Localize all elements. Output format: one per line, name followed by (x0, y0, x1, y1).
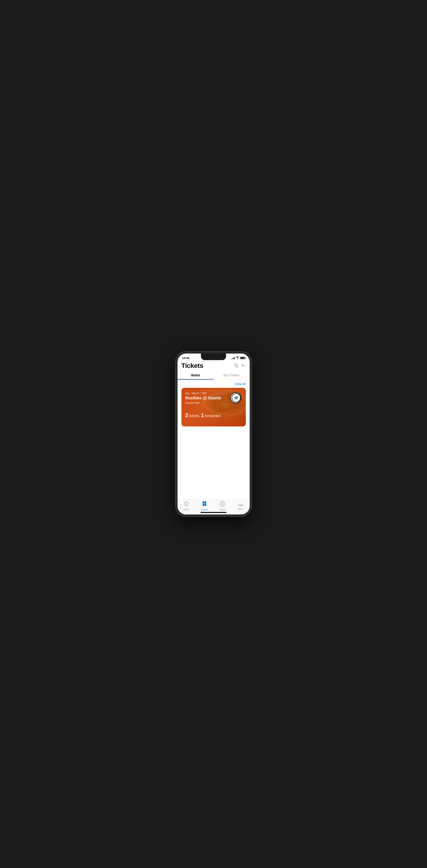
nav-item-tickets[interactable]: W Tickets (195, 501, 214, 511)
giants-nav-icon: SF (220, 501, 225, 508)
view-all-link[interactable]: View All (235, 382, 246, 386)
ticket-teams: Rockies @ Giants (185, 396, 221, 401)
ticket-content: Sun, May 8 • TBD Rockies @ Giants Oracle… (181, 388, 246, 422)
nav-label-tickets: Tickets (201, 508, 208, 511)
nav-label-home: Home (184, 508, 189, 510)
tab-indicator (178, 379, 214, 380)
power-button (251, 389, 252, 404)
ticket-count-row: 2 tickets, 1 forwarded (185, 412, 242, 418)
forwarded-number: 1 (201, 412, 204, 418)
svg-point-11 (240, 505, 241, 506)
nav-item-home[interactable]: Home (178, 501, 195, 510)
signal-icon (231, 357, 235, 359)
tabs: Wallet Buy Tickets (178, 372, 250, 380)
nav-label-more: More (238, 508, 243, 510)
battery-fill (241, 358, 244, 359)
svg-point-0 (235, 365, 236, 365)
nav-item-more[interactable]: More (232, 502, 249, 510)
tickets-icon: W (202, 501, 207, 508)
tag-icon[interactable] (234, 363, 239, 369)
tab-wallet[interactable]: Wallet (178, 372, 214, 379)
share-icon[interactable] (241, 363, 246, 369)
mute-button (176, 377, 176, 384)
ticket-venue: Oracle Park (185, 401, 221, 404)
more-icon (238, 502, 243, 507)
svg-text:SF: SF (222, 503, 224, 505)
svg-point-10 (238, 505, 239, 506)
ticket-number: 2 (185, 412, 188, 418)
app-content: Tickets Wallet (178, 360, 250, 515)
wifi-icon (236, 356, 239, 359)
forwarded-label: forwarded (205, 414, 220, 418)
svg-point-12 (242, 505, 243, 506)
header-actions (234, 362, 246, 369)
status-icons (231, 356, 245, 359)
page-title: Tickets (181, 362, 203, 369)
home-icon (184, 501, 189, 507)
tab-buy-tickets[interactable]: Buy Tickets (214, 372, 250, 379)
ticket-date: Sun, May 8 • TBD (185, 392, 221, 395)
status-time: 12:00 (182, 356, 189, 360)
svg-text:SF: SF (234, 396, 239, 400)
nav-item-giants[interactable]: SF Giants (214, 501, 232, 511)
main-content: View All (178, 380, 250, 499)
nav-label-giants: Giants (219, 508, 226, 511)
svg-text:W: W (204, 502, 205, 505)
volume-down-button (176, 400, 176, 411)
ticket-card[interactable]: Sun, May 8 • TBD Rockies @ Giants Oracle… (181, 388, 246, 427)
header: Tickets (178, 360, 250, 369)
giants-logo: SF (230, 392, 242, 404)
volume-up-button (176, 386, 176, 398)
ticket-header: Sun, May 8 • TBD Rockies @ Giants Oracle… (185, 392, 242, 409)
battery-icon (240, 357, 245, 359)
phone-frame: 12:00 Tickets (176, 351, 252, 517)
home-indicator (201, 512, 226, 513)
view-all-row: View All (181, 380, 246, 388)
ticket-info: Sun, May 8 • TBD Rockies @ Giants Oracle… (185, 392, 221, 409)
notch (201, 353, 226, 360)
ticket-count-label: tickets, (189, 414, 200, 418)
giants-logo-inner: SF (230, 392, 241, 403)
